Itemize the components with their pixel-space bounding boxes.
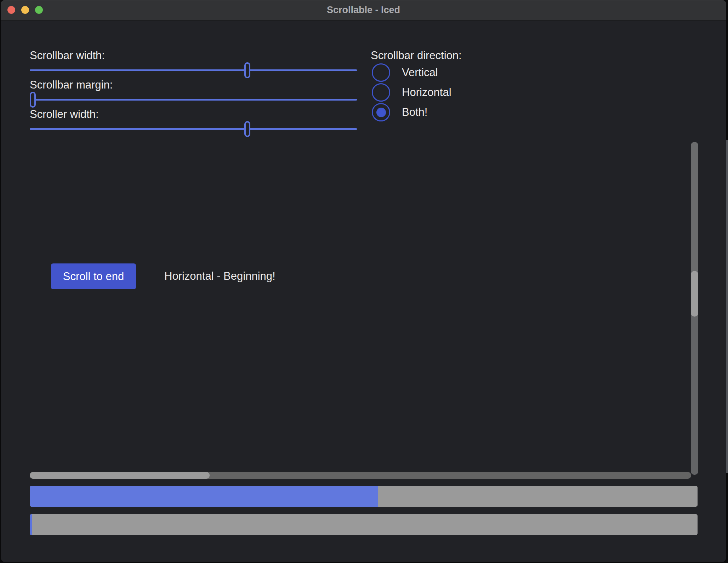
radio-both-label[interactable]: Both! — [402, 105, 427, 119]
progress-fill — [30, 486, 378, 507]
radio-both[interactable] — [372, 103, 390, 121]
scrollbar-margin-slider-handle[interactable] — [30, 92, 36, 108]
scrollbar-width-slider-handle[interactable] — [244, 62, 250, 78]
window-title: Scrollable - Iced — [1, 0, 726, 20]
scroll-to-end-button[interactable]: Scroll to end — [51, 263, 136, 289]
radio-vertical[interactable] — [372, 63, 390, 82]
scrollbar-margin-label: Scrollbar margin: — [30, 78, 113, 92]
background-window-sliver — [726, 140, 728, 473]
radio-dot-icon — [376, 108, 386, 117]
app-window: Scrollable - Iced Scrollbar width: Scrol… — [1, 0, 726, 562]
scroller-width-label: Scroller width: — [30, 107, 99, 121]
radio-horizontal[interactable] — [372, 83, 390, 102]
vertical-scrollbar-rail-upper — [691, 142, 698, 271]
radio-horizontal-label[interactable]: Horizontal — [402, 85, 451, 99]
titlebar[interactable]: Scrollable - Iced — [1, 0, 726, 21]
scrollbar-margin-slider — [30, 92, 351, 108]
horizontal-scrollbar-thumb[interactable] — [30, 472, 210, 479]
vertical-scrollbar-thumb[interactable] — [691, 271, 698, 317]
horizontal-scroll-progress-bar — [30, 514, 698, 535]
scrollbar-direction-label: Scrollbar direction: — [371, 49, 462, 63]
vertical-scroll-progress-bar — [30, 486, 698, 507]
horizontal-scrollbar[interactable] — [30, 472, 691, 479]
progress-fill — [30, 514, 32, 535]
scrollbar-width-label: Scrollbar width: — [30, 49, 105, 63]
scrollbar-width-slider — [30, 62, 351, 78]
scroller-width-slider — [30, 121, 351, 137]
scroller-width-slider-handle[interactable] — [244, 121, 250, 137]
radio-vertical-label[interactable]: Vertical — [402, 66, 438, 80]
scroll-status-text: Horizontal - Beginning! — [164, 269, 275, 283]
vertical-scrollbar[interactable] — [691, 142, 698, 475]
